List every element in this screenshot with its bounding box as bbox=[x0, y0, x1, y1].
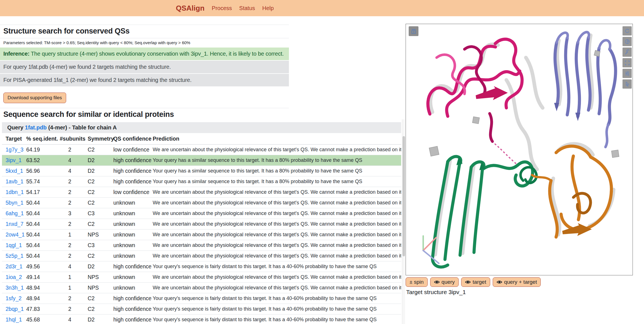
table-row: 1dbn_1 54.17 2 C2 low confidence We are … bbox=[2, 187, 401, 198]
result-line-pisa: For PISA-generated 1fat_1 (2-mer) we fou… bbox=[0, 74, 289, 86]
nav-link-status[interactable]: Status bbox=[239, 5, 255, 11]
table-row: 1g7y_3 64.19 2 C2 low confidence We are … bbox=[2, 145, 401, 155]
inference-label: Inference: bbox=[3, 51, 30, 57]
qs-confidence-cell: unknown bbox=[113, 198, 153, 208]
viewer-caption: Target structure 3ipv_1 bbox=[406, 289, 466, 295]
prediction-cell: Your query's sequence is fairly distant … bbox=[153, 261, 401, 272]
table-row: 1ioa_2 49.14 1 NPS unknown We are uncert… bbox=[2, 272, 401, 283]
col-seq-ident: % seq.ident. bbox=[26, 133, 60, 145]
table-row: 5z5p_1 50.44 2 C2 unknown We are uncerta… bbox=[2, 251, 401, 261]
subunits-cell: 2 bbox=[60, 251, 88, 261]
structure-3d-scene[interactable] bbox=[406, 24, 633, 275]
camera-icon[interactable] bbox=[623, 37, 632, 46]
result-line-query: For query 1fat.pdb (4-mer) we found 2 ta… bbox=[0, 61, 289, 73]
query-pdb-link[interactable]: 1fat.pdb bbox=[25, 124, 47, 131]
table-row: 2d3r_1 49.56 4 D2 high confidence Your q… bbox=[2, 261, 401, 272]
symmetry-cell: C2 bbox=[88, 304, 113, 314]
col-qs-confidence: QS confidence bbox=[113, 133, 153, 145]
show-query-button[interactable]: query bbox=[430, 277, 459, 287]
viewer-toolbar bbox=[623, 26, 632, 89]
brand-qsalign[interactable]: QSAlign bbox=[176, 4, 205, 13]
subunits-cell: 2 bbox=[60, 145, 88, 155]
target-link[interactable]: 3n3h_1 bbox=[6, 285, 24, 291]
target-link[interactable]: 6ahg_1 bbox=[6, 210, 24, 216]
screenshot-button[interactable] bbox=[409, 26, 418, 36]
pointer-icon[interactable] bbox=[623, 79, 632, 89]
wrench-icon[interactable] bbox=[623, 48, 632, 57]
symmetry-cell: C2 bbox=[88, 176, 113, 187]
table-scrollbar[interactable] bbox=[402, 119, 405, 324]
qs-confidence-cell: high confidence bbox=[113, 304, 153, 314]
target-link[interactable]: 2d3r_1 bbox=[6, 263, 23, 269]
scrollbar-thumb[interactable] bbox=[403, 136, 405, 256]
seq-ident-cell: 50.44 bbox=[26, 230, 60, 240]
seq-ident-cell: 54.17 bbox=[26, 187, 60, 198]
table-caption: Query 1fat.pdb (4-mer) - Table for chain… bbox=[2, 122, 401, 133]
show-query-target-button[interactable]: query + target bbox=[493, 277, 541, 287]
prediction-cell: We are uncertain about the physiological… bbox=[153, 272, 401, 283]
subunits-cell: 4 bbox=[60, 166, 88, 176]
target-link[interactable]: 1avb_1 bbox=[6, 178, 23, 185]
symmetry-cell: C2 bbox=[88, 219, 113, 230]
download-supporting-files-button[interactable]: Download supporting files bbox=[3, 93, 66, 103]
qs-confidence-cell: unknown bbox=[113, 219, 153, 230]
spin-toggle-button[interactable]: ± spin bbox=[406, 277, 428, 287]
table-row: 1qgl_1 50.44 2 C3 unknown We are uncerta… bbox=[2, 240, 401, 251]
query-target-label: query + target bbox=[504, 279, 537, 285]
prediction-cell: We are uncertain about the physiological… bbox=[153, 240, 401, 251]
sequence-search-title: Sequence search for similar or identical… bbox=[0, 108, 405, 121]
subunits-cell: 3 bbox=[60, 208, 88, 219]
nav-link-process[interactable]: Process bbox=[212, 5, 232, 11]
prediction-cell: Your query has a similar sequence to thi… bbox=[153, 166, 401, 176]
target-link[interactable]: 1dbn_1 bbox=[6, 189, 24, 195]
target-link[interactable]: 1sfy_2 bbox=[6, 295, 21, 301]
target-link[interactable]: 2bqp_1 bbox=[6, 306, 24, 312]
camera-export-icon bbox=[411, 28, 417, 34]
show-target-button[interactable]: target bbox=[461, 277, 490, 287]
seq-ident-cell: 48.94 bbox=[26, 283, 60, 293]
table-row: 6ahg_1 50.44 3 C3 unknown We are uncerta… bbox=[2, 208, 401, 219]
qs-confidence-cell: high confidence bbox=[113, 293, 153, 304]
seq-ident-cell: 50.44 bbox=[26, 219, 60, 230]
subunits-cell: 4 bbox=[60, 261, 88, 272]
symmetry-cell: C2 bbox=[88, 251, 113, 261]
top-navbar: QSAlign Process Status Help bbox=[0, 0, 644, 16]
qs-confidence-cell: unknown bbox=[113, 208, 153, 219]
target-link[interactable]: 3ipv_1 bbox=[6, 157, 21, 163]
subunits-cell: 2 bbox=[60, 176, 88, 187]
target-link[interactable]: 1g7y_3 bbox=[6, 146, 23, 153]
table-header-row: Target % seq.ident. #subunits Symmetry Q… bbox=[2, 133, 401, 145]
parameters-line: Parameters selected: TM-score > 0.65; Se… bbox=[0, 38, 405, 48]
refresh-icon[interactable] bbox=[623, 26, 632, 36]
settings-sliders-icon[interactable] bbox=[623, 69, 632, 78]
target-link[interactable]: 1nxd_7 bbox=[6, 221, 23, 227]
results-pane: Structure search for conserved QSs Param… bbox=[0, 16, 405, 324]
seq-ident-cell: 64.19 bbox=[26, 145, 60, 155]
prediction-cell: We are uncertain about the physiological… bbox=[153, 230, 401, 240]
qs-confidence-cell: unknown bbox=[113, 283, 153, 293]
target-link[interactable]: 1ioa_2 bbox=[6, 274, 22, 280]
target-link[interactable]: 1qgl_1 bbox=[6, 242, 22, 248]
table-row: 1sfy_2 48.94 2 C2 high confidence Your q… bbox=[2, 293, 401, 304]
nav-link-help[interactable]: Help bbox=[262, 5, 274, 11]
target-link[interactable]: 1hql_1 bbox=[6, 316, 22, 323]
col-prediction: Prediction bbox=[153, 133, 401, 145]
symmetry-cell: D2 bbox=[88, 314, 113, 324]
table-row: 3ipv_1 63.52 4 D2 high confidence Your q… bbox=[2, 155, 401, 166]
qs-confidence-cell: unknown bbox=[113, 272, 153, 283]
seq-ident-cell: 49.56 bbox=[26, 261, 60, 272]
col-target: Target bbox=[2, 133, 26, 145]
table-row: 5byn_1 50.44 2 C2 unknown We are uncerta… bbox=[2, 198, 401, 208]
seq-ident-cell: 45.68 bbox=[26, 314, 60, 324]
qs-confidence-cell: low confidence bbox=[113, 145, 153, 155]
target-link[interactable]: 5kxd_1 bbox=[6, 168, 23, 174]
prediction-cell: We are uncertain about the physiological… bbox=[153, 187, 401, 198]
target-link[interactable]: 5byn_1 bbox=[6, 200, 23, 206]
target-link[interactable]: 2ow4_1 bbox=[6, 231, 25, 238]
table-row: 1avb_1 55.74 2 C2 high confidence Your q… bbox=[2, 176, 401, 187]
fullscreen-icon[interactable] bbox=[623, 58, 632, 67]
spin-label: ± spin bbox=[410, 279, 424, 285]
qs-confidence-cell: high confidence bbox=[113, 166, 153, 176]
target-link[interactable]: 5z5p_1 bbox=[6, 253, 23, 259]
prediction-cell: We are uncertain about the physiological… bbox=[153, 219, 401, 230]
